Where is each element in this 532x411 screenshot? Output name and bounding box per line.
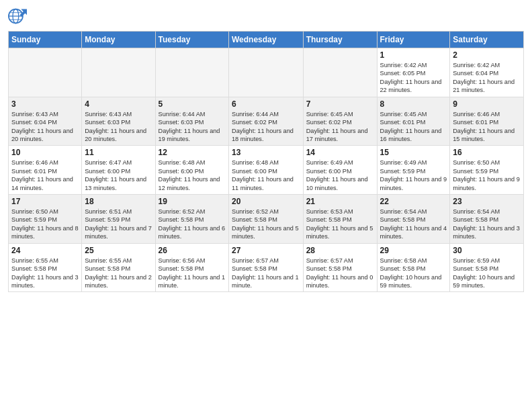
day-number: 20: [232, 197, 300, 206]
calendar-cell: 28Sunrise: 6:57 AM Sunset: 5:58 PM Dayli…: [303, 243, 377, 292]
day-info: Sunrise: 6:50 AM Sunset: 5:59 PM Dayligh…: [11, 208, 79, 241]
calendar-cell: 2Sunrise: 6:42 AM Sunset: 6:04 PM Daylig…: [450, 48, 524, 97]
calendar-cell: 11Sunrise: 6:47 AM Sunset: 6:00 PM Dayli…: [82, 146, 155, 195]
calendar-cell: 17Sunrise: 6:50 AM Sunset: 5:59 PM Dayli…: [9, 195, 82, 244]
calendar-cell: 25Sunrise: 6:55 AM Sunset: 5:58 PM Dayli…: [82, 243, 155, 292]
calendar-cell: 20Sunrise: 6:52 AM Sunset: 5:58 PM Dayli…: [229, 195, 304, 244]
calendar-week-row: 3Sunrise: 6:43 AM Sunset: 6:04 PM Daylig…: [9, 97, 524, 146]
calendar-cell: 1Sunrise: 6:42 AM Sunset: 6:05 PM Daylig…: [377, 48, 450, 97]
day-info: Sunrise: 6:52 AM Sunset: 5:58 PM Dayligh…: [232, 208, 300, 241]
day-number: 15: [380, 148, 447, 157]
day-info: Sunrise: 6:48 AM Sunset: 6:00 PM Dayligh…: [232, 158, 300, 192]
day-number: 23: [453, 197, 521, 206]
calendar-cell: 22Sunrise: 6:54 AM Sunset: 5:58 PM Dayli…: [377, 195, 450, 244]
header: [8, 7, 524, 26]
day-info: Sunrise: 6:50 AM Sunset: 5:59 PM Dayligh…: [453, 158, 521, 192]
calendar-cell: 23Sunrise: 6:54 AM Sunset: 5:58 PM Dayli…: [450, 195, 524, 244]
day-number: 12: [159, 148, 226, 157]
day-info: Sunrise: 6:57 AM Sunset: 5:58 PM Dayligh…: [232, 257, 300, 290]
day-info: Sunrise: 6:51 AM Sunset: 5:59 PM Dayligh…: [85, 208, 152, 241]
day-number: 29: [380, 246, 447, 255]
day-number: 18: [85, 197, 152, 206]
day-header-wednesday: Wednesday: [229, 32, 304, 48]
calendar-cell: [155, 48, 228, 97]
day-number: 2: [453, 50, 521, 60]
day-number: 17: [11, 197, 79, 206]
calendar-cell: 19Sunrise: 6:52 AM Sunset: 5:58 PM Dayli…: [155, 195, 228, 244]
calendar-page: SundayMondayTuesdayWednesdayThursdayFrid…: [0, 0, 532, 411]
day-info: Sunrise: 6:54 AM Sunset: 5:58 PM Dayligh…: [453, 208, 521, 241]
calendar-cell: 8Sunrise: 6:45 AM Sunset: 6:01 PM Daylig…: [377, 97, 450, 146]
calendar-cell: 5Sunrise: 6:44 AM Sunset: 6:03 PM Daylig…: [155, 97, 228, 146]
calendar-cell: 29Sunrise: 6:58 AM Sunset: 5:58 PM Dayli…: [377, 243, 450, 292]
calendar-cell: [9, 48, 82, 97]
calendar-cell: [229, 48, 304, 97]
day-number: 8: [380, 99, 447, 109]
day-number: 4: [85, 99, 152, 109]
day-info: Sunrise: 6:53 AM Sunset: 5:58 PM Dayligh…: [306, 208, 374, 241]
calendar-cell: 24Sunrise: 6:55 AM Sunset: 5:58 PM Dayli…: [9, 243, 82, 292]
day-info: Sunrise: 6:54 AM Sunset: 5:58 PM Dayligh…: [380, 208, 447, 241]
calendar-cell: 6Sunrise: 6:44 AM Sunset: 6:02 PM Daylig…: [229, 97, 304, 146]
day-number: 14: [306, 148, 374, 157]
calendar-cell: 12Sunrise: 6:48 AM Sunset: 6:00 PM Dayli…: [155, 146, 228, 195]
day-number: 27: [232, 246, 300, 255]
calendar-week-row: 24Sunrise: 6:55 AM Sunset: 5:58 PM Dayli…: [9, 243, 524, 292]
day-number: 5: [159, 99, 226, 109]
day-info: Sunrise: 6:42 AM Sunset: 6:04 PM Dayligh…: [453, 61, 521, 95]
day-header-saturday: Saturday: [450, 32, 524, 48]
calendar-week-row: 10Sunrise: 6:46 AM Sunset: 6:01 PM Dayli…: [9, 146, 524, 195]
day-info: Sunrise: 6:56 AM Sunset: 5:58 PM Dayligh…: [159, 257, 226, 290]
calendar-cell: 7Sunrise: 6:45 AM Sunset: 6:02 PM Daylig…: [303, 97, 377, 146]
calendar-cell: 21Sunrise: 6:53 AM Sunset: 5:58 PM Dayli…: [303, 195, 377, 244]
day-header-friday: Friday: [377, 32, 450, 48]
logo-icon: [8, 7, 27, 26]
day-header-monday: Monday: [82, 32, 155, 48]
day-number: 25: [85, 246, 152, 255]
calendar-cell: 26Sunrise: 6:56 AM Sunset: 5:58 PM Dayli…: [155, 243, 228, 292]
day-number: 24: [11, 246, 79, 255]
calendar-cell: 13Sunrise: 6:48 AM Sunset: 6:00 PM Dayli…: [229, 146, 304, 195]
day-info: Sunrise: 6:46 AM Sunset: 6:01 PM Dayligh…: [11, 158, 79, 192]
calendar-cell: 15Sunrise: 6:49 AM Sunset: 5:59 PM Dayli…: [377, 146, 450, 195]
day-header-tuesday: Tuesday: [155, 32, 228, 48]
day-info: Sunrise: 6:49 AM Sunset: 5:59 PM Dayligh…: [380, 158, 447, 192]
day-info: Sunrise: 6:43 AM Sunset: 6:04 PM Dayligh…: [11, 110, 79, 144]
calendar-week-row: 1Sunrise: 6:42 AM Sunset: 6:05 PM Daylig…: [9, 48, 524, 97]
calendar-cell: 3Sunrise: 6:43 AM Sunset: 6:04 PM Daylig…: [9, 97, 82, 146]
day-info: Sunrise: 6:44 AM Sunset: 6:03 PM Dayligh…: [159, 110, 226, 144]
calendar-cell: [303, 48, 377, 97]
calendar-cell: 30Sunrise: 6:59 AM Sunset: 5:58 PM Dayli…: [450, 243, 524, 292]
day-number: 28: [306, 246, 374, 255]
calendar-cell: 16Sunrise: 6:50 AM Sunset: 5:59 PM Dayli…: [450, 146, 524, 195]
day-number: 3: [11, 99, 79, 109]
day-info: Sunrise: 6:45 AM Sunset: 6:02 PM Dayligh…: [306, 110, 374, 144]
day-info: Sunrise: 6:48 AM Sunset: 6:00 PM Dayligh…: [159, 158, 226, 192]
day-number: 6: [232, 99, 300, 109]
calendar-cell: 27Sunrise: 6:57 AM Sunset: 5:58 PM Dayli…: [229, 243, 304, 292]
day-number: 7: [306, 99, 374, 109]
logo: [8, 7, 30, 26]
day-info: Sunrise: 6:59 AM Sunset: 5:58 PM Dayligh…: [453, 257, 521, 290]
day-number: 9: [453, 99, 521, 109]
day-info: Sunrise: 6:47 AM Sunset: 6:00 PM Dayligh…: [85, 158, 152, 192]
calendar-week-row: 17Sunrise: 6:50 AM Sunset: 5:59 PM Dayli…: [9, 195, 524, 244]
day-number: 19: [159, 197, 226, 206]
calendar-cell: 14Sunrise: 6:49 AM Sunset: 6:00 PM Dayli…: [303, 146, 377, 195]
day-number: 10: [11, 148, 79, 157]
day-number: 26: [159, 246, 226, 255]
day-info: Sunrise: 6:42 AM Sunset: 6:05 PM Dayligh…: [380, 61, 447, 95]
day-info: Sunrise: 6:45 AM Sunset: 6:01 PM Dayligh…: [380, 110, 447, 144]
calendar-cell: 18Sunrise: 6:51 AM Sunset: 5:59 PM Dayli…: [82, 195, 155, 244]
day-info: Sunrise: 6:55 AM Sunset: 5:58 PM Dayligh…: [11, 257, 79, 290]
day-number: 21: [306, 197, 374, 206]
day-info: Sunrise: 6:43 AM Sunset: 6:03 PM Dayligh…: [85, 110, 152, 144]
calendar-header-row: SundayMondayTuesdayWednesdayThursdayFrid…: [9, 32, 524, 48]
day-number: 13: [232, 148, 300, 157]
calendar-cell: [82, 48, 155, 97]
calendar-cell: 4Sunrise: 6:43 AM Sunset: 6:03 PM Daylig…: [82, 97, 155, 146]
day-header-sunday: Sunday: [9, 32, 82, 48]
day-number: 22: [380, 197, 447, 206]
day-info: Sunrise: 6:58 AM Sunset: 5:58 PM Dayligh…: [380, 257, 447, 290]
day-number: 11: [85, 148, 152, 157]
